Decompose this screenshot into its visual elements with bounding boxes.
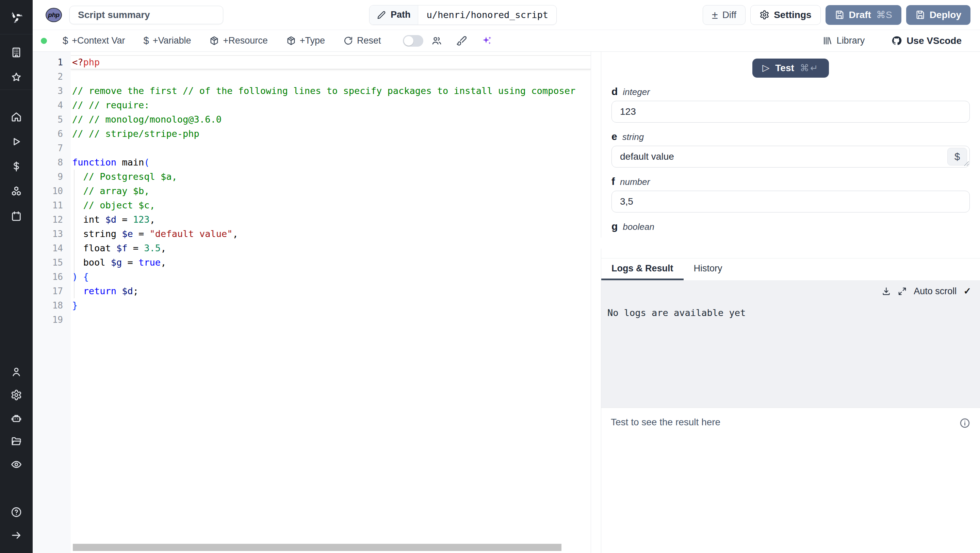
favorites-star-icon[interactable] [0, 65, 33, 89]
test-shortcut: ⌘↵ [800, 63, 819, 73]
gear-icon [759, 10, 769, 20]
download-logs-icon[interactable] [882, 287, 891, 296]
variables-dollar-icon[interactable] [0, 154, 33, 179]
diff-plusminus-icon: ± [712, 10, 718, 21]
settings-gear-icon[interactable] [0, 383, 33, 406]
field-e: e string $ [611, 131, 970, 167]
horizontal-scrollbar[interactable] [73, 544, 562, 551]
line-numbers: 12345678910111213141516171819 [33, 52, 71, 553]
deploy-button[interactable]: Deploy [906, 5, 970, 25]
package-icon [209, 36, 219, 46]
add-context-var-button[interactable]: $ +Context Var [63, 35, 125, 46]
user-icon[interactable] [0, 360, 33, 383]
info-icon[interactable] [959, 418, 970, 429]
workspace-building-icon[interactable] [0, 40, 33, 65]
path-chip[interactable]: Path u/henri/honored_script [369, 5, 557, 25]
code-line-16: ) { [71, 270, 591, 284]
field-f-input[interactable] [611, 191, 970, 212]
code-line-19 [71, 312, 591, 327]
use-vscode-button[interactable]: Use VScode [891, 35, 962, 46]
code-line-1: <?php [71, 55, 591, 70]
code-line-15: bool $g = true, [71, 255, 591, 270]
workers-robot-icon[interactable] [0, 406, 33, 430]
format-paintbrush-icon[interactable] [456, 35, 467, 46]
logs-empty-text: No logs are available yet [601, 296, 980, 318]
play-icon: ▷ [762, 62, 770, 73]
code-line-7 [71, 141, 591, 155]
draft-shortcut: ⌘S [876, 9, 892, 21]
check-icon[interactable]: ✓ [963, 286, 971, 296]
code-editor[interactable]: 12345678910111213141516171819 <?php// re… [33, 52, 601, 553]
field-g-type: boolean [623, 222, 654, 232]
library-button[interactable]: Library [822, 35, 865, 46]
field-d: d integer [611, 86, 970, 123]
folders-icon[interactable] [0, 430, 33, 453]
add-variable-button[interactable]: $ +Variable [143, 35, 191, 46]
preview-panel: ▷ Test ⌘↵ d integer [601, 52, 980, 553]
code-line-11: // object $c, [71, 198, 591, 212]
windmill-logo[interactable] [0, 0, 33, 34]
library-icon [822, 36, 832, 46]
result-pane: Test to see the result here [601, 408, 980, 553]
field-f-name: f [611, 176, 615, 187]
ai-sparkles-icon[interactable] [481, 35, 492, 46]
code-line-3: // remove the first // of the following … [71, 84, 591, 98]
field-g: g boolean [611, 221, 970, 232]
logs-pane: Auto scroll ✓ No logs are available yet [601, 280, 980, 408]
field-d-input[interactable] [611, 101, 970, 123]
field-f-type: number [620, 177, 650, 187]
diff-mode-toggle[interactable] [403, 35, 423, 47]
code-line-17: return $d; [71, 284, 591, 298]
settings-button[interactable]: Settings [750, 5, 821, 25]
auto-scroll-label[interactable]: Auto scroll [914, 286, 956, 296]
deploy-label: Deploy [930, 10, 961, 21]
audit-eye-icon[interactable] [0, 453, 33, 476]
app-root: php Path u/henri/honored_script ± Diff S… [0, 0, 980, 553]
add-type-button[interactable]: +Type [286, 35, 325, 46]
save-icon [835, 10, 845, 20]
schedules-calendar-icon[interactable] [0, 204, 33, 228]
test-button[interactable]: ▷ Test ⌘↵ [752, 59, 829, 78]
rotate-cw-icon [343, 36, 353, 46]
field-f: f number [611, 176, 970, 212]
result-tabs: Logs & Result History [601, 258, 980, 280]
dollar-icon: $ [143, 35, 149, 46]
expand-arrow-icon[interactable] [0, 524, 33, 547]
resources-cubes-icon[interactable] [0, 179, 33, 204]
code-area[interactable]: <?php// remove the first // of the follo… [71, 52, 591, 553]
expand-logs-icon[interactable] [898, 287, 907, 296]
multiplayer-users-icon[interactable] [431, 35, 442, 46]
php-language-badge: php [46, 8, 62, 22]
sidebar [0, 0, 33, 553]
diff-label: Diff [722, 10, 737, 21]
help-circle-icon[interactable] [0, 500, 33, 524]
code-line-6: // // stripe/stripe-php [71, 127, 591, 141]
code-line-14: float $f = 3.5, [71, 241, 591, 255]
package-icon [286, 36, 296, 46]
code-line-18: } [71, 298, 591, 312]
dollar-icon: $ [63, 35, 68, 46]
runs-play-icon[interactable] [0, 129, 33, 154]
tab-history[interactable]: History [684, 258, 733, 280]
resize-handle[interactable] [964, 161, 969, 167]
code-line-12: int $d = 123, [71, 212, 591, 227]
path-label: Path [391, 10, 411, 20]
home-icon[interactable] [0, 104, 33, 129]
add-resource-button[interactable]: +Resource [209, 35, 267, 46]
settings-label: Settings [774, 10, 811, 21]
reset-button[interactable]: Reset [343, 35, 381, 46]
code-line-8: function main( [71, 155, 591, 170]
field-e-name: e [611, 131, 617, 142]
tab-logs-result[interactable]: Logs & Result [601, 258, 684, 280]
code-line-2 [71, 70, 591, 84]
diff-button[interactable]: ± Diff [703, 5, 746, 25]
code-line-9: // Postgresql $a, [71, 170, 591, 184]
field-e-input[interactable] [611, 146, 970, 167]
field-d-type: integer [623, 87, 650, 97]
draft-button[interactable]: Draft ⌘S [826, 5, 901, 25]
field-d-name: d [611, 86, 617, 97]
script-summary-input[interactable] [69, 6, 223, 24]
result-placeholder-text: Test to see the result here [611, 417, 721, 428]
draft-label: Draft [849, 10, 871, 21]
code-lines: <?php// remove the first // of the follo… [71, 55, 591, 327]
